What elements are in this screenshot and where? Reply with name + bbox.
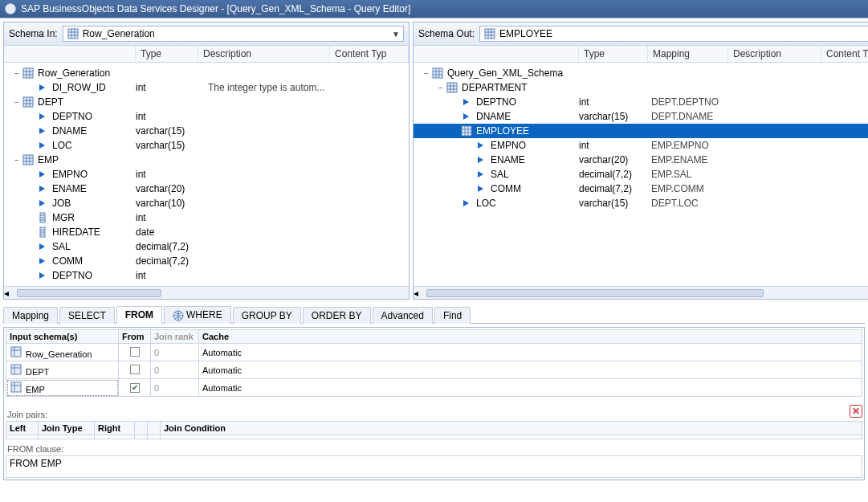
expand-toggle[interactable]: − [450, 127, 460, 136]
tab-from[interactable]: FROM [116, 306, 162, 324]
tree-row[interactable]: DNAMEvarchar(15) [4, 124, 409, 138]
tab-groupby[interactable]: GROUP BY [233, 307, 301, 324]
arrow-icon [36, 168, 49, 181]
node-name: JOB [52, 198, 71, 209]
tab-mapping[interactable]: Mapping [3, 307, 58, 324]
node-type: int [136, 270, 208, 281]
hdr-cond[interactable]: Join Condition [161, 422, 862, 435]
arrow-icon [475, 139, 487, 152]
node-type: decimal(7,2) [579, 183, 651, 194]
tree-row[interactable]: SALdecimal(7,2) [4, 239, 409, 254]
node-type: int [579, 96, 651, 108]
tree-row[interactable]: COMMdecimal(7,2)EMP.COMM [414, 182, 868, 196]
hdr-blank2 [148, 422, 161, 435]
schema-out-select[interactable]: EMPLOYEE ▼ [479, 26, 868, 42]
tab-orderby[interactable]: ORDER BY [303, 307, 371, 324]
tree-row[interactable]: ENAMEvarchar(20)EMP.ENAME [414, 153, 868, 167]
arrow-icon [36, 255, 49, 267]
expand-toggle[interactable]: − [12, 98, 22, 107]
grid-icon [10, 381, 22, 394]
tree-row[interactable]: COMMdecimal(7,2) [4, 254, 409, 268]
tree-row[interactable]: SALdecimal(7,2)EMP.SAL [414, 167, 868, 182]
grid-icon [483, 27, 496, 40]
node-name: Query_Gen_XML_Schema [447, 67, 563, 79]
input-schema-row[interactable]: Row_Generation0Automatic [6, 344, 862, 361]
in-scrollbar[interactable]: ◂ [4, 286, 409, 299]
tab-select[interactable]: SELECT [59, 307, 115, 324]
from-checkbox[interactable] [130, 365, 140, 374]
tree-row[interactable]: DEPTNOint [4, 109, 409, 124]
tree-row[interactable]: DEPTNOintDEPT.DEPTNO [414, 95, 868, 109]
close-join-button[interactable]: ✕ [850, 405, 862, 418]
schema-in-pane: Schema In: Row_Generation ▼ Type Descrip… [3, 22, 410, 300]
tree-row[interactable]: DI_ROW_IDintThe integer type is autom... [4, 80, 409, 95]
tree-row[interactable]: LOCvarchar(15)DEPT.LOC [414, 196, 868, 210]
join-pairs-grid[interactable]: Left Join Type Right Join Condition [6, 421, 862, 439]
svg-rect-49 [11, 347, 21, 357]
node-mapping: DEPT.DNAME [651, 111, 731, 122]
arrow-icon [36, 81, 49, 94]
arrow-icon [475, 182, 487, 195]
input-schemas-grid[interactable]: Input schema(s) From Join rank Cache Row… [6, 329, 862, 397]
grid-icon [460, 124, 473, 137]
hdr-schema[interactable]: Input schema(s) [6, 330, 119, 344]
schema-out-pane: Schema Out: EMPLOYEE ▼ Type Mapping Desc… [413, 22, 868, 300]
from-clause-text[interactable]: FROM EMP [6, 455, 862, 478]
svg-rect-0 [68, 29, 78, 39]
hdr-right[interactable]: Right [95, 422, 135, 435]
expand-toggle[interactable]: − [12, 156, 22, 165]
tree-row[interactable]: −DEPARTMENT [414, 80, 868, 95]
col-mapping[interactable]: Mapping [648, 46, 728, 62]
tree-row[interactable]: HIREDATEdate [4, 225, 409, 239]
tab-advanced[interactable]: Advanced [373, 307, 433, 324]
col-type[interactable]: Type [579, 46, 648, 62]
from-checkbox[interactable] [130, 347, 140, 357]
tree-row[interactable]: EMPNOintEMP.EMPNO [414, 138, 868, 153]
arrow-icon [36, 197, 49, 210]
from-checkbox[interactable]: ✔ [130, 383, 140, 393]
tree-row[interactable]: ENAMEvarchar(20) [4, 182, 409, 196]
tree-row[interactable]: −EMP [4, 153, 409, 167]
tab-where[interactable]: WHERE [164, 306, 231, 324]
col-desc[interactable]: Description [198, 46, 330, 62]
out-scrollbar[interactable]: ◂ [414, 286, 868, 299]
col-type[interactable]: Type [136, 46, 198, 62]
hdr-jointype[interactable]: Join Type [39, 422, 95, 435]
grid-icon [10, 363, 22, 376]
node-name: EMP [38, 154, 59, 165]
tree-row[interactable]: −EMPLOYEE [414, 124, 868, 138]
tree-row[interactable]: −Query_Gen_XML_Schema [414, 66, 868, 80]
grid-icon [446, 81, 458, 94]
hdr-cache[interactable]: Cache [199, 330, 862, 344]
expand-toggle[interactable]: − [436, 84, 446, 92]
schema-in-header: Schema In: Row_Generation ▼ [4, 22, 409, 46]
tab-find[interactable]: Find [434, 307, 471, 324]
schema-in-tree[interactable]: −Row_GenerationDI_ROW_IDintThe integer t… [4, 63, 409, 286]
tree-row[interactable]: DNAMEvarchar(15)DEPT.DNAME [414, 109, 868, 124]
input-schema-row[interactable]: EMP✔0Automatic [6, 379, 862, 397]
tree-row[interactable]: JOBvarchar(10) [4, 196, 409, 210]
expand-toggle[interactable]: − [422, 69, 431, 78]
node-name: COMM [491, 183, 521, 194]
hdr-rank[interactable]: Join rank [151, 330, 199, 344]
tree-row[interactable]: MGRint [4, 210, 409, 225]
tree-row[interactable]: DEPTNOint [4, 268, 409, 283]
tree-row[interactable]: EMPNOint [4, 167, 409, 182]
svg-rect-5 [23, 68, 33, 78]
node-type: varchar(15) [136, 140, 208, 151]
schema-out-tree[interactable]: −Query_Gen_XML_Schema−DEPARTMENTDEPTNOin… [414, 63, 868, 286]
svg-rect-15 [23, 155, 33, 165]
input-schema-row[interactable]: DEPT0Automatic [6, 361, 862, 379]
col-content[interactable]: Content Typ [330, 46, 409, 62]
window-title: SAP BusinessObjects Data Services Design… [21, 3, 410, 14]
col-content[interactable]: Content Type [821, 46, 868, 62]
tree-row[interactable]: LOCvarchar(15) [4, 138, 409, 153]
schema-in-select[interactable]: Row_Generation ▼ [63, 26, 404, 42]
expand-toggle[interactable]: − [12, 69, 22, 78]
col-desc[interactable]: Description [728, 46, 821, 62]
hdr-left[interactable]: Left [6, 422, 39, 435]
hdr-from[interactable]: From [119, 330, 151, 344]
tree-row[interactable]: −Row_Generation [4, 66, 409, 80]
tree-row[interactable]: −DEPT [4, 95, 409, 109]
node-name: DEPTNO [476, 96, 516, 108]
